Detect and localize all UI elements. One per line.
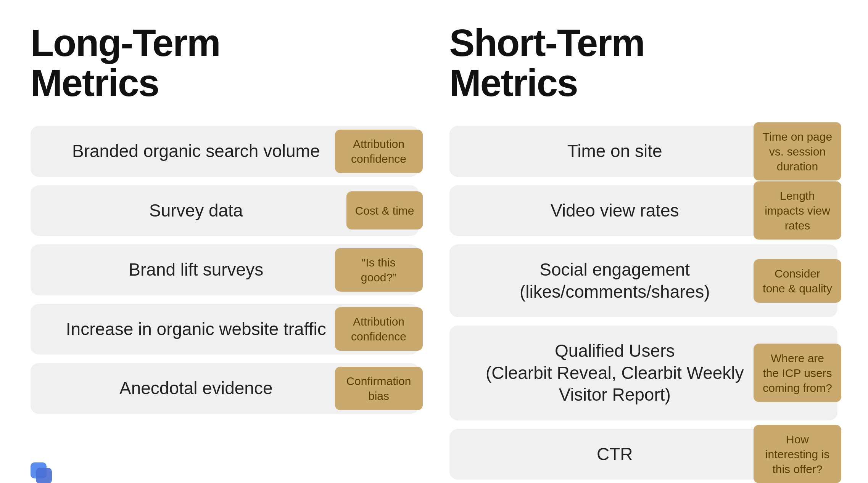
caveat-label: Consider tone & quality <box>762 266 833 296</box>
caveat-tag: Time on page vs. session duration <box>754 122 841 180</box>
metric-label: Social engagement(likes/comments/shares) <box>520 259 710 303</box>
svg-rect-1 <box>36 468 52 483</box>
metric-row: Branded organic search volumeAttribution… <box>31 126 419 177</box>
metric-label: Video view rates <box>551 200 679 222</box>
metric-row: Anecdotal evidenceConfirmation bias <box>31 363 419 414</box>
metric-row: Qualified Users(Clearbit Reveal, Clearbi… <box>449 326 838 420</box>
caveat-tag: Cost & time <box>346 191 422 229</box>
caveat-label: “Is this good?” <box>343 255 414 285</box>
caveat-label: Length impacts view rates <box>762 188 833 233</box>
metric-row: Survey dataCost & time <box>31 185 419 236</box>
metric-row: Time on siteTime on page vs. session dur… <box>449 126 838 177</box>
metric-label: Qualified Users(Clearbit Reveal, Clearbi… <box>469 340 762 406</box>
metric-row: CTRHow interesting is this offer? <box>449 429 838 480</box>
caveat-label: Confirmation bias <box>343 374 414 403</box>
metric-label: Branded organic search volume <box>72 140 320 162</box>
metric-row: Brand lift surveys“Is this good?” <box>31 244 419 295</box>
caveat-label: Attribution confidence <box>343 314 414 344</box>
metric-row: Video view ratesLength impacts view rate… <box>449 185 838 236</box>
metric-label: Time on site <box>567 140 662 162</box>
caveat-tag: How interesting is this offer? <box>754 425 841 483</box>
caveat-label: Where are the ICP users coming from? <box>762 351 833 395</box>
metric-label: Survey data <box>149 200 243 222</box>
right-metrics-list: Time on siteTime on page vs. session dur… <box>449 126 838 480</box>
caveat-label: Attribution confidence <box>343 136 414 166</box>
left-column-title: Long-TermMetrics <box>31 23 419 103</box>
caveat-tag: Length impacts view rates <box>754 181 841 240</box>
caveat-tag: Consider tone & quality <box>754 259 841 303</box>
caveat-tag: Attribution confidence <box>335 130 423 173</box>
metric-label: CTR <box>597 443 633 465</box>
caveat-label: How interesting is this offer? <box>762 432 833 477</box>
metric-label: Brand lift surveys <box>129 259 263 281</box>
bottom-left-logo <box>31 462 57 483</box>
right-column-title: Short-TermMetrics <box>449 23 838 103</box>
caveat-tag: “Is this good?” <box>335 248 423 292</box>
left-column: Long-TermMetrics Branded organic search … <box>31 23 419 480</box>
page-layout: Long-TermMetrics Branded organic search … <box>31 23 837 480</box>
caveat-tag: Where are the ICP users coming from? <box>754 344 841 402</box>
caveat-label: Time on page vs. session duration <box>762 129 833 173</box>
caveat-tag: Confirmation bias <box>335 367 423 410</box>
caveat-label: Cost & time <box>355 203 414 218</box>
metric-label: Anecdotal evidence <box>119 377 273 400</box>
metric-row: Social engagement(likes/comments/shares)… <box>449 244 838 317</box>
metric-label: Increase in organic website traffic <box>66 318 326 340</box>
caveat-tag: Attribution confidence <box>335 307 423 351</box>
metric-row: Increase in organic website trafficAttri… <box>31 304 419 355</box>
right-column: Short-TermMetrics Time on siteTime on pa… <box>449 23 838 480</box>
left-metrics-list: Branded organic search volumeAttribution… <box>31 126 419 414</box>
